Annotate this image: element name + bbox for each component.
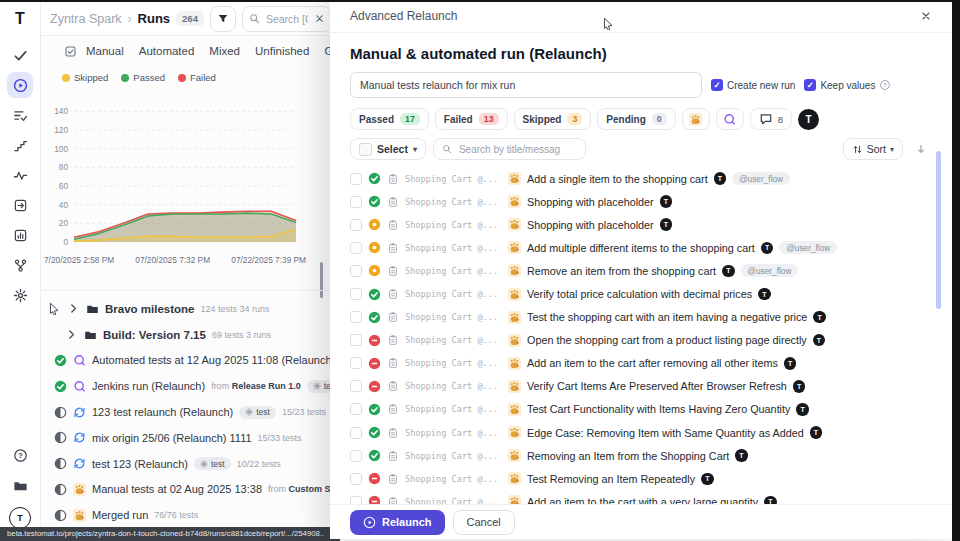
sidebar-item-help[interactable]: ?: [7, 442, 33, 468]
manual-filter-chip[interactable]: [682, 108, 710, 130]
test-row[interactable]: Shopping Cart @...Removing an Item from …: [350, 444, 932, 467]
tree-run-row[interactable]: test 123 (Relaunch)test10/22 tests: [40, 451, 336, 477]
test-row[interactable]: Shopping Cart @...Verify total price cal…: [350, 282, 932, 305]
failed-filter-chip[interactable]: Failed13: [435, 108, 508, 130]
account-avatar[interactable]: T: [9, 507, 31, 529]
tree-run-row[interactable]: mix origin 25/06 (Relaunch) 111115/33 te…: [40, 425, 336, 451]
relaunch-button[interactable]: Relaunch: [350, 510, 445, 535]
svg-text:120: 120: [54, 125, 68, 135]
tab-mixed[interactable]: Mixed: [209, 45, 240, 57]
left-pane-scrollbar[interactable]: [320, 262, 323, 298]
test-row[interactable]: Shopping Cart @...Test Removing an Item …: [350, 467, 932, 490]
sort-dropdown[interactable]: Sort ▾: [843, 138, 903, 160]
test-row[interactable]: Shopping Cart @...Test Cart Functionalit…: [350, 398, 932, 421]
row-checkbox[interactable]: [350, 403, 362, 415]
test-row[interactable]: Shopping Cart @...Shopping with placehol…: [350, 190, 932, 213]
row-checkbox[interactable]: [350, 427, 362, 439]
row-checkbox[interactable]: [350, 311, 362, 323]
tests-list-scrollbar[interactable]: [936, 151, 941, 309]
chip-label: Failed: [444, 114, 473, 125]
tree-run-row[interactable]: Jenkins run (Relaunch)from Release Run 1…: [40, 373, 336, 399]
filter-button[interactable]: [210, 6, 236, 32]
row-checkbox[interactable]: [350, 196, 362, 208]
tests-search[interactable]: [433, 138, 586, 160]
comments-filter-chip[interactable]: 8: [750, 108, 792, 130]
sidebar-item-reports[interactable]: [7, 222, 33, 248]
clipboard-icon: [387, 265, 399, 277]
run-name-input[interactable]: [350, 72, 702, 98]
close-icon[interactable]: [314, 13, 325, 24]
run-meta: 76/76 tests: [154, 510, 198, 520]
tab-automated[interactable]: Automated: [139, 45, 195, 57]
tree-run-row[interactable]: Merged run76/76 tests: [40, 502, 336, 528]
select-all-checkbox[interactable]: [359, 143, 372, 156]
steps-icon: [13, 138, 28, 153]
test-row[interactable]: Shopping Cart @...Verify Cart Items Are …: [350, 375, 932, 398]
app-window: T ? T Zyntra Spark › Runs 264 ManualAuto…: [0, 0, 960, 541]
keep-values-checkbox[interactable]: ✓ Keep values ?: [804, 79, 891, 91]
sort-direction-button[interactable]: [910, 139, 932, 159]
sidebar-item-checks[interactable]: [7, 42, 33, 68]
chevron-right-icon[interactable]: [67, 302, 80, 315]
header-search[interactable]: [242, 6, 332, 32]
clipboard-icon: [387, 219, 399, 231]
test-row[interactable]: Shopping Cart @...Add a single item to t…: [350, 167, 932, 190]
test-row[interactable]: Shopping Cart @...Add an item to the car…: [350, 352, 932, 375]
sidebar-item-tasks[interactable]: [7, 102, 33, 128]
failed-status-icon: [368, 472, 381, 485]
row-checkbox[interactable]: [350, 219, 362, 231]
test-row[interactable]: Shopping Cart @...Remove an item from th…: [350, 259, 932, 282]
sidebar-item-settings[interactable]: [7, 282, 33, 308]
tests-list: Shopping Cart @...Add a single item to t…: [350, 167, 932, 514]
row-checkbox[interactable]: [350, 380, 362, 392]
automated-filter-chip[interactable]: [716, 108, 744, 130]
tree-run-row[interactable]: 123 test relaunch (Relaunch)test15/23 te…: [40, 399, 336, 425]
breadcrumb-page[interactable]: Runs: [138, 11, 171, 26]
test-row[interactable]: Shopping Cart @...Open the shopping cart…: [350, 329, 932, 352]
test-row[interactable]: Shopping Cart @...Test the shopping cart…: [350, 306, 932, 329]
tab-unfinished[interactable]: Unfinished: [255, 45, 309, 57]
skipped-status-icon: [368, 264, 381, 277]
row-checkbox[interactable]: [350, 173, 362, 185]
skipped-filter-chip[interactable]: Skipped3: [514, 108, 592, 130]
sidebar-item-export[interactable]: [7, 192, 33, 218]
passed-filter-chip[interactable]: Passed17: [350, 108, 429, 130]
header-search-input[interactable]: [264, 12, 310, 26]
row-checkbox[interactable]: [350, 450, 362, 462]
testomat-badge: T: [660, 218, 673, 231]
chevron-right-icon[interactable]: [65, 328, 78, 341]
folder-meta: 124 tests 34 runs: [200, 304, 269, 314]
row-checkbox[interactable]: [350, 265, 362, 277]
row-checkbox[interactable]: [350, 357, 362, 369]
close-button[interactable]: [916, 6, 936, 26]
pending-filter-chip[interactable]: Pending0: [597, 108, 675, 130]
task-icon: [64, 45, 77, 58]
sidebar-item-analytics[interactable]: [7, 162, 33, 188]
create-new-run-checkbox[interactable]: ✓ Create new run: [711, 79, 795, 91]
sidebar-item-projects[interactable]: [7, 472, 33, 498]
sidebar-item-steps[interactable]: [7, 132, 33, 158]
test-row[interactable]: Shopping Cart @...Add multiple different…: [350, 236, 932, 259]
tree-folder-row[interactable]: Build: Version 7.1569 tests 3 runs: [40, 322, 336, 348]
test-row[interactable]: Shopping Cart @...Shopping with placehol…: [350, 213, 932, 236]
select-dropdown[interactable]: Select ▾: [350, 138, 426, 160]
app-logo[interactable]: T: [15, 10, 25, 28]
sidebar-item-branches[interactable]: [7, 252, 33, 278]
assignee-avatar[interactable]: T: [798, 109, 819, 130]
tree-run-row[interactable]: Automated tests at 12 Aug 2025 11:08 (Re…: [40, 348, 336, 374]
cancel-button[interactable]: Cancel: [453, 510, 515, 535]
tree-run-row[interactable]: Manual tests at 02 Aug 2025 13:38from Cu…: [40, 477, 336, 503]
sidebar-item-runs[interactable]: [7, 72, 33, 98]
sort-label: Sort: [867, 143, 886, 155]
breadcrumb-project[interactable]: Zyntra Spark: [50, 12, 122, 26]
test-title: Add multiple different items to the shop…: [527, 242, 755, 254]
test-row[interactable]: Shopping Cart @...Edge Case: Removing It…: [350, 421, 932, 444]
row-checkbox[interactable]: [350, 242, 362, 254]
test-title: Open the shopping cart from a product li…: [527, 334, 807, 346]
tree-folder-row[interactable]: Bravo milestone124 tests 34 runs: [40, 296, 336, 322]
row-checkbox[interactable]: [350, 288, 362, 300]
row-checkbox[interactable]: [350, 473, 362, 485]
row-checkbox[interactable]: [350, 334, 362, 346]
tests-search-input[interactable]: [457, 143, 577, 156]
tab-manual[interactable]: Manual: [86, 45, 124, 57]
